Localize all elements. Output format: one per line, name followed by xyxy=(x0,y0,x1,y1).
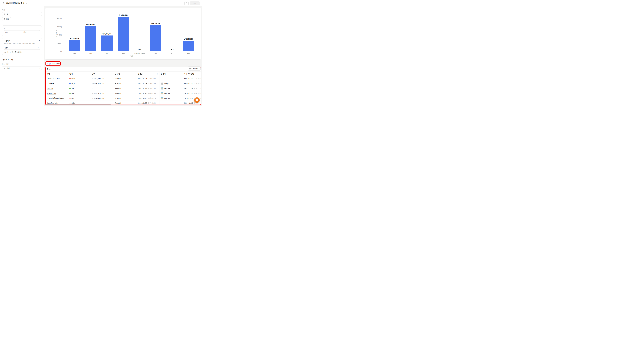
filter-button[interactable]: 필터 xyxy=(2,17,11,21)
column-header-label: 생성일 xyxy=(138,73,142,75)
groupby-description: 특정 기준으로 나누기 (월별 리드, 담당자별 매출) xyxy=(4,42,40,44)
cell-modified: 2024. 12. 18오후 12:09 xyxy=(182,86,201,91)
cell-amount: KRW3,875,000 xyxy=(90,91,113,96)
display-button-label: 디스플레이 xyxy=(192,67,200,70)
cell-created: 2024. 10. 23오후 03:28 xyxy=(136,96,160,101)
display-settings-button[interactable]: 디스플레이 xyxy=(188,66,200,71)
chart-bar[interactable] xyxy=(101,35,112,51)
currency-prefix: KRW xyxy=(92,83,96,84)
chart-bar[interactable] xyxy=(85,26,96,51)
config-sidebar: 개체 딜 ∨ 필터 값 금액 ∨ 합계 ∨ xyxy=(0,6,44,106)
cell-deal-type: Re:catch xyxy=(113,86,136,91)
chart-bar[interactable] xyxy=(118,17,129,51)
column-header-label: 딜 유형 xyxy=(115,73,120,75)
table-row[interactable]: K-SphereMQLKRW6,240,000Re:catch2024. 10.… xyxy=(45,81,201,86)
amount-value: 3,875,000 xyxy=(96,92,104,94)
stage-dot xyxy=(70,103,70,104)
filter-button-label: 필터 xyxy=(6,18,10,20)
object-select-value: 딜 xyxy=(6,13,8,15)
sort-up-icon: ▲ xyxy=(157,73,158,74)
chart-bar[interactable] xyxy=(183,41,194,51)
created-time: 오후 03:43 xyxy=(148,87,156,90)
deal-title-link[interactable]: Zenova Industries xyxy=(47,78,60,80)
table-row[interactable]: CellfoodSAL-Re:catch2024. 10. 23오후 03:43… xyxy=(45,86,201,91)
groupby-select[interactable]: 단계 ∨ xyxy=(4,46,40,50)
cell-modified: 2025. 01. 10오후 05:08 xyxy=(182,81,201,86)
created-date: 2024. 10. 31 xyxy=(138,78,147,80)
cell-creator: Jasmine xyxy=(160,96,182,101)
chart-bar[interactable] xyxy=(69,40,80,51)
bar-value-label: ₩ 8,500,000 xyxy=(119,14,128,16)
bar-value-label: ₩ 6,450,000 xyxy=(152,23,160,24)
composition-data-toggle[interactable]: ∨ 구성데이터 xyxy=(46,62,61,65)
table-row[interactable]: Zenova IndustriesdropKRW2,600,000Re:catc… xyxy=(45,76,201,81)
value-field-select[interactable]: 금액 ∨ xyxy=(4,30,22,34)
created-time: 오후 02:43 xyxy=(148,78,156,80)
chart-type-select[interactable]: 막대 ∨ xyxy=(2,66,42,70)
creator-name: - xyxy=(161,78,162,80)
x-axis-title: 단계 xyxy=(130,55,133,57)
amount-empty: - xyxy=(92,87,92,89)
stage-label: SAL xyxy=(72,87,75,89)
pencil-icon xyxy=(26,2,28,4)
save-button[interactable]: 저장하기 xyxy=(190,1,200,5)
deal-title-link[interactable]: K-Sphere xyxy=(47,82,54,85)
sort-icon[interactable]: ▲▼ xyxy=(157,73,158,75)
delete-report-button[interactable] xyxy=(184,1,188,5)
cell-creator: yeonju xyxy=(160,81,182,86)
modified-date: 2024. 12. 18 xyxy=(184,87,193,89)
x-axis-category-label: 검토 xyxy=(171,52,174,54)
groupby-remove-button[interactable]: ✕ xyxy=(39,40,40,41)
column-header-단계: 단계 xyxy=(68,71,90,76)
table-row[interactable]: Mail treasureSALKRW3,875,000Re:catch2024… xyxy=(45,91,201,96)
chart-type-value: 막대 xyxy=(6,67,10,69)
deal-title-link[interactable]: Mail treasure xyxy=(47,92,56,95)
object-section-label: 개체 xyxy=(2,9,42,11)
creator-name: - xyxy=(161,102,162,104)
bar-value-label: ₩ 0 xyxy=(171,49,174,51)
value-section-label: 값 xyxy=(4,27,40,29)
created-time: 오후 05:29 xyxy=(148,102,156,104)
column-header-금액[interactable]: 금액▲▼ xyxy=(90,71,113,76)
sort-icon[interactable]: ▲▼ xyxy=(111,73,112,75)
y-axis-title: 금액 · 합계 xyxy=(56,30,57,37)
chat-launcher-button[interactable] xyxy=(194,97,200,103)
chart-bar[interactable] xyxy=(150,25,162,51)
deal-title-link[interactable]: Cellfood xyxy=(47,87,53,90)
cell-deal-type: Re:catch xyxy=(113,101,136,105)
cell-deal-type: Re:catch xyxy=(113,76,136,81)
x-axis-category-label: SAL xyxy=(106,52,108,54)
cell-title: Zenova Industries xyxy=(45,76,68,81)
deal-title-link[interactable]: Innovexis Technologies xyxy=(47,97,64,99)
groupby-title: 그룹바이 xyxy=(4,40,10,42)
groupby-hint: ? 단계 선택시 참고하세요! xyxy=(4,51,40,53)
deal-type-value: Re:catch xyxy=(115,97,121,99)
edit-title-button[interactable] xyxy=(26,2,28,4)
stage-dot xyxy=(70,93,70,94)
trash-icon xyxy=(186,2,188,4)
created-date: 2024. 10. 23 xyxy=(138,83,147,84)
column-header-생성일[interactable]: 생성일▲▼ xyxy=(136,71,160,76)
deal-type-value: Re:catch xyxy=(115,92,121,94)
table-record-count: 42 xyxy=(50,68,51,70)
groupby-section-card: 그룹바이 ✕ 특정 기준으로 나누기 (월별 리드, 담당자별 매출) 단계 ∨… xyxy=(2,38,42,55)
x-axis-category-label: 성공 xyxy=(154,52,157,54)
composition-data-table: 딜 42 제목단계금액▲▼딜 유형생성일▲▼생성자마지막 수정일 Zenova … xyxy=(45,67,201,105)
chart-gridline xyxy=(64,19,200,19)
chat-bubble-icon xyxy=(196,99,198,102)
handshake-icon xyxy=(4,13,6,15)
visualization-section-title: 데이터 시각화 xyxy=(2,58,42,61)
horizontal-scrollbar[interactable] xyxy=(46,104,111,105)
chevron-down-icon: ∨ xyxy=(38,31,39,33)
created-date: 2024. 10. 23 xyxy=(138,92,147,94)
back-button[interactable] xyxy=(2,2,5,5)
y-axis-tick-label: ₩200만 xyxy=(53,42,62,44)
cell-created: 2024. 10. 23오후 03:34 xyxy=(136,91,160,96)
table-row[interactable]: Innovexis TechnologiesSQLKRW8,500,000Re:… xyxy=(45,96,201,101)
currency-prefix: KRW xyxy=(92,78,96,80)
y-axis-tick-label: ₩800만 xyxy=(53,18,62,20)
column-header-label: 생성자 xyxy=(161,73,166,75)
creator-avatar-person-icon xyxy=(161,82,163,85)
value-aggregation-select[interactable]: 합계 ∨ xyxy=(22,30,40,34)
object-select[interactable]: 딜 ∨ xyxy=(2,12,42,16)
